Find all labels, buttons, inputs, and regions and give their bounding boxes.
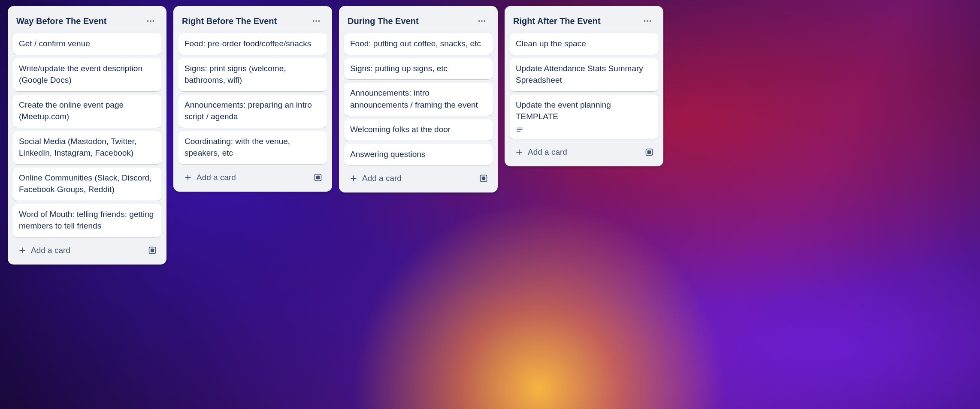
card-title: Update Attendance Stats Summary Spreadsh… (516, 63, 652, 86)
list-title[interactable]: Way Before The Event (16, 16, 106, 26)
card[interactable]: Announcements: preparing an intro script… (178, 95, 327, 128)
card-title: Signs: putting up signs, etc (350, 63, 487, 75)
add-card-button[interactable]: Add a card (180, 169, 307, 186)
card[interactable]: Food: putting out coffee, snacks, etc (344, 33, 493, 55)
template-icon (479, 174, 488, 183)
card[interactable]: Answering questions (344, 144, 493, 165)
card[interactable]: Online Communities (Slack, Discord, Face… (13, 168, 161, 201)
list-title[interactable]: During The Event (348, 16, 419, 26)
card-title: Coordinating: with the venue, speakers, … (185, 135, 321, 159)
card-title: Write/update the event description (Goog… (19, 63, 155, 86)
card-title: Clean up the space (516, 38, 652, 50)
svg-point-1 (150, 20, 151, 22)
card-template-button[interactable] (311, 170, 325, 185)
board: Way Before The EventGet / confirm venueW… (0, 0, 980, 409)
card-list: Food: pre-order food/coffee/snacksSigns:… (178, 33, 328, 164)
list: Right Before The EventFood: pre-order fo… (173, 6, 332, 192)
add-card-label: Add a card (31, 246, 70, 255)
card[interactable]: Write/update the event description (Goog… (13, 58, 161, 91)
card-list: Food: putting out coffee, snacks, etcSig… (343, 33, 493, 165)
add-card-button[interactable]: Add a card (15, 242, 142, 259)
card[interactable]: Food: pre-order food/coffee/snacks (178, 33, 327, 55)
svg-rect-6 (151, 249, 154, 252)
card-title: Get / confirm venue (19, 38, 155, 50)
list-header: Right Before The Event (178, 10, 328, 33)
list: Way Before The EventGet / confirm venueW… (8, 6, 166, 265)
card[interactable]: Welcoming folks at the door (344, 119, 493, 141)
card[interactable]: Update the event planning TEMPLATE (510, 95, 658, 139)
card[interactable]: Update Attendance Stats Summary Spreadsh… (510, 58, 658, 91)
list-footer: Add a card (509, 139, 659, 161)
template-icon (645, 148, 653, 156)
ellipsis-icon (146, 16, 155, 26)
add-card-label: Add a card (528, 147, 567, 157)
svg-point-7 (313, 20, 315, 22)
list: Right After The EventClean up the spaceU… (505, 6, 663, 166)
svg-rect-20 (482, 177, 485, 180)
list-footer: Add a card (178, 164, 328, 186)
ellipsis-icon (312, 16, 321, 26)
card-title: Word of Mouth: telling friends; getting … (19, 208, 155, 232)
card-title: Update the event planning TEMPLATE (516, 99, 652, 123)
card-title: Social Media (Mastodon, Twitter, LinkedI… (19, 135, 155, 159)
card-title: Food: pre-order food/coffee/snacks (185, 38, 321, 50)
svg-point-15 (481, 20, 483, 22)
card-title: Signs: print signs (welcome, bathrooms, … (185, 63, 321, 86)
card[interactable]: Signs: putting up signs, etc (344, 58, 493, 80)
list-actions-button[interactable] (309, 14, 324, 28)
description-icon (516, 126, 523, 134)
add-card-button[interactable]: Add a card (346, 170, 473, 186)
plus-icon (184, 173, 192, 182)
list: During The EventFood: putting out coffee… (339, 6, 498, 192)
card[interactable]: Coordinating: with the venue, speakers, … (178, 131, 327, 164)
template-icon (314, 173, 322, 182)
card[interactable]: Get / confirm venue (13, 33, 161, 55)
list-actions-button[interactable] (640, 14, 655, 28)
card-title: Announcements: intro announcements / fra… (350, 87, 487, 111)
card-badges (516, 126, 652, 134)
list-header: Right After The Event (509, 10, 659, 33)
card[interactable]: Social Media (Mastodon, Twitter, LinkedI… (13, 131, 161, 164)
list-footer: Add a card (12, 237, 162, 259)
card-title: Answering questions (350, 148, 487, 160)
svg-point-8 (315, 20, 317, 22)
card[interactable]: Create the online event page (Meetup.com… (13, 95, 161, 128)
card-template-button[interactable] (145, 243, 160, 258)
card-title: Welcoming folks at the door (350, 123, 487, 135)
plus-icon (18, 246, 27, 255)
card[interactable]: Clean up the space (510, 33, 658, 55)
list-header: Way Before The Event (12, 10, 162, 33)
svg-point-23 (650, 20, 651, 22)
list-title[interactable]: Right Before The Event (182, 16, 277, 26)
svg-point-14 (478, 20, 480, 22)
add-card-label: Add a card (197, 173, 236, 182)
list-footer: Add a card (343, 165, 493, 187)
card[interactable]: Word of Mouth: telling friends; getting … (13, 204, 161, 237)
plus-icon (349, 174, 358, 183)
card-title: Create the online event page (Meetup.com… (19, 99, 155, 123)
ellipsis-icon (477, 16, 487, 26)
card-list: Get / confirm venueWrite/update the even… (12, 33, 162, 237)
add-card-label: Add a card (362, 174, 402, 183)
list-actions-button[interactable] (143, 14, 158, 28)
card-template-button[interactable] (476, 171, 491, 186)
svg-point-22 (647, 20, 648, 22)
template-icon (148, 246, 157, 255)
list-title[interactable]: Right After The Event (513, 16, 601, 26)
plus-icon (515, 148, 523, 156)
svg-point-2 (153, 20, 154, 22)
card[interactable]: Signs: print signs (welcome, bathrooms, … (178, 58, 327, 91)
list-actions-button[interactable] (475, 14, 489, 28)
svg-point-16 (484, 20, 486, 22)
card-title: Online Communities (Slack, Discord, Face… (19, 172, 155, 195)
svg-point-0 (147, 20, 149, 22)
ellipsis-icon (643, 16, 652, 26)
svg-point-21 (644, 20, 646, 22)
svg-rect-30 (647, 150, 651, 154)
card-list: Clean up the spaceUpdate Attendance Stat… (509, 33, 659, 139)
svg-point-9 (318, 20, 320, 22)
card-title: Food: putting out coffee, snacks, etc (350, 38, 487, 50)
card-template-button[interactable] (642, 145, 656, 159)
card[interactable]: Announcements: intro announcements / fra… (344, 83, 493, 116)
add-card-button[interactable]: Add a card (511, 144, 638, 160)
